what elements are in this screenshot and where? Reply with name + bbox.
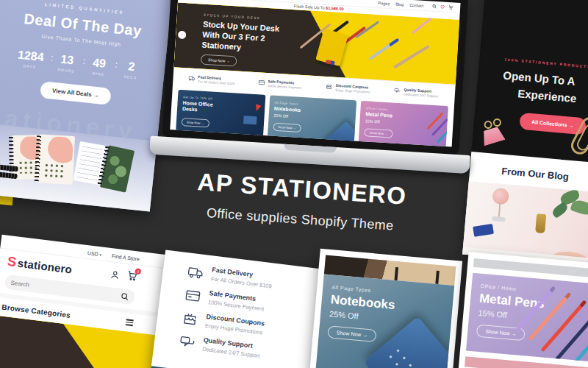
collections-hero: 100% STATIONERY PRODUCTS Open Up To A Ex…: [471, 0, 588, 163]
currency-selector[interactable]: USD ▾: [87, 250, 102, 257]
store-logo[interactable]: stationero: [17, 257, 73, 276]
plant-notebook: [100, 145, 135, 192]
theme-preview-collage: LIMITED QUANTITIES Deal Of The Day Give …: [0, 0, 588, 368]
countdown-secs: 2 SECS: [121, 60, 141, 80]
category-card-metal-pens[interactable]: Office / Home Metal Pens 15% Off Show No…: [358, 101, 448, 147]
cart-icon[interactable]: [448, 4, 453, 9]
search-icon[interactable]: [432, 4, 437, 8]
countdown-mins: 49 MINS: [89, 56, 109, 77]
shop-now-button[interactable]: Shop Now →: [182, 118, 209, 127]
storefront-nav: Pages Blog Contact: [379, 1, 424, 8]
nav-item-contact[interactable]: Contact: [409, 2, 423, 7]
coupon-icon: [326, 83, 333, 91]
category-card-notebooks[interactable]: All Page Types Notebooks 25% Off Show No…: [267, 95, 356, 146]
gold-vase: [535, 213, 546, 233]
deal-of-the-day-panel: LIMITED QUANTITIES Deal Of The Day Give …: [0, 0, 173, 211]
store-header-panel: USD ▾ Find A Store S stationero 0 Browse…: [0, 235, 171, 368]
logo-mark: S: [7, 254, 17, 270]
pen: [393, 45, 430, 68]
countdown-days: 1284 DAYS: [16, 49, 44, 71]
notebooks-promo-card: All Page Types Notebooks 25% Off Show No…: [309, 249, 462, 368]
user-icon[interactable]: [110, 269, 120, 280]
blue-notebook: [473, 224, 494, 237]
mini-feature-payments: Safe Payments100% Secure Payment: [245, 77, 315, 91]
truck-icon: [187, 264, 204, 281]
coupon-icon: [182, 311, 198, 328]
spiral-notebook: [37, 135, 75, 185]
laptop-mockup: stationero Pages Blog Contact Flash Sale…: [149, 0, 480, 179]
desk-illustration: [243, 116, 257, 124]
metal-pens-banner[interactable]: Office / Home Metal Pens 15% Off Show No…: [466, 273, 588, 361]
storefront-homepage: stationero Pages Blog Contact Flash Sale…: [170, 0, 460, 147]
show-now-button[interactable]: Show Now →: [327, 325, 377, 342]
truck-icon: [188, 75, 196, 82]
view-all-deals-button[interactable]: View All Deals →: [40, 81, 112, 105]
theme-title-block: AP STATIONERO Office supplies Shopify Th…: [162, 166, 441, 237]
flash-sale-amount: $1,586.00: [326, 6, 344, 11]
metal-pens-promo-card: Office / Home Metal Pens 15% Off Show No…: [458, 252, 588, 368]
collections-panel: 100% STATIONERY PRODUCTS Open Up To A Ex…: [462, 0, 588, 266]
chat-icon: [179, 334, 196, 351]
gold-paperclip: [568, 114, 588, 158]
store-features-panel: Fast Delivery For All Orders Over $109 S…: [150, 250, 323, 368]
mini-feature-support: Quality SupportDedicated 24/7 Support: [382, 85, 451, 99]
find-a-store-link[interactable]: Find A Store: [112, 253, 140, 262]
nav-item-pages[interactable]: Pages: [379, 1, 390, 6]
nav-item-blog[interactable]: Blog: [395, 1, 404, 7]
mini-feature-delivery: Fast DeliveryFor All Orders Over $109: [177, 73, 246, 86]
notebook-illustration: [323, 121, 357, 147]
cart-count-badge: 0: [135, 268, 141, 275]
hamburger-icon[interactable]: [126, 319, 134, 326]
show-now-button[interactable]: Show Now →: [365, 129, 393, 138]
pen: [368, 38, 399, 60]
pen: [412, 17, 432, 35]
category-card-home-office[interactable]: Get Up To 75% Off Home OfficeDesks Shop …: [176, 90, 265, 144]
deal-section: LIMITED QUANTITIES Deal Of The Day Give …: [0, 0, 173, 141]
chevron-down-icon: ▾: [99, 252, 101, 257]
hero-title: Stock Up Your Desk With Our 3 For 2 Stat…: [201, 20, 279, 55]
credit-card-icon: [258, 79, 265, 86]
notebooks-banner[interactable]: All Page Types Notebooks 25% Off Show No…: [316, 274, 454, 368]
pink-binder-clip: [480, 126, 506, 146]
countdown-timer: 1284 DAYS 13 HOURS 49 MINS 2 SECS: [0, 46, 165, 82]
chat-icon: [394, 88, 401, 95]
credit-card-icon: [184, 287, 201, 304]
search-icon[interactable]: [121, 292, 129, 301]
laptop-screen: stationero Pages Blog Contact Flash Sale…: [162, 0, 469, 155]
mini-feature-coupons: Discount CouponsEnjoy Huge Promotions: [314, 81, 383, 94]
show-now-button[interactable]: Show Now →: [273, 123, 301, 132]
heart-icon[interactable]: [440, 4, 445, 9]
shop-now-button[interactable]: Shop Now →: [201, 54, 237, 67]
collections-title: Open Up To A Experience: [501, 67, 588, 109]
countdown-hours: 13 HOURS: [57, 52, 77, 73]
blog-section: From Our Blog: [462, 152, 588, 266]
